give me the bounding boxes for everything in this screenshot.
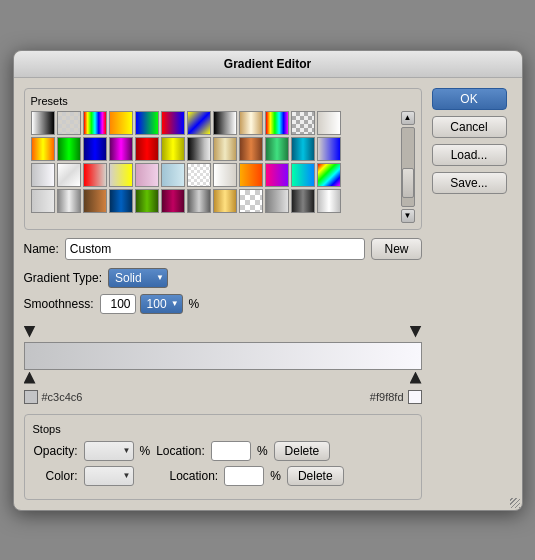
preset-item-5[interactable] xyxy=(135,111,159,135)
color-swatch-right xyxy=(408,390,422,404)
color-loc-percent: % xyxy=(270,469,281,483)
preset-item-44[interactable] xyxy=(213,189,237,213)
color-stop-right[interactable] xyxy=(410,372,422,386)
preset-item-4[interactable] xyxy=(109,111,133,135)
gradient-bar-area xyxy=(24,326,422,386)
preset-item-33[interactable] xyxy=(239,163,263,187)
preset-item-7[interactable] xyxy=(187,111,211,135)
preset-item-35[interactable] xyxy=(291,163,315,187)
left-panel: Presets ▲ ▼ N xyxy=(24,88,422,500)
load-button[interactable]: Load... xyxy=(432,144,507,166)
preset-item-26[interactable] xyxy=(57,163,81,187)
color-stops-row-controls: Color: ▼ Location: % Delete xyxy=(33,466,413,486)
scroll-up-arrow[interactable]: ▲ xyxy=(401,111,415,125)
presets-grid xyxy=(31,111,400,223)
gradient-editor-dialog: Gradient Editor Presets ▲ xyxy=(13,50,523,511)
opacity-location-label: Location: xyxy=(156,444,205,458)
gradient-type-label: Gradient Type: xyxy=(24,271,103,285)
presets-scrollbar: ▲ ▼ xyxy=(401,111,415,223)
color-delete-button[interactable]: Delete xyxy=(287,466,344,486)
color-indicator-left: #c3c4c6 xyxy=(24,390,83,404)
preset-item-42[interactable] xyxy=(161,189,185,213)
preset-item-28[interactable] xyxy=(109,163,133,187)
preset-item-3[interactable] xyxy=(83,111,107,135)
preset-item-9[interactable] xyxy=(239,111,263,135)
preset-item-41[interactable] xyxy=(135,189,159,213)
smoothness-select[interactable]: 100 xyxy=(140,294,183,314)
gradient-type-row: Gradient Type: Solid Noise ▼ xyxy=(24,268,422,288)
preset-item-48[interactable] xyxy=(317,189,341,213)
save-button[interactable]: Save... xyxy=(432,172,507,194)
scroll-track xyxy=(401,127,415,207)
opacity-stop-left[interactable] xyxy=(24,326,36,338)
preset-item-12[interactable] xyxy=(317,111,341,135)
smoothness-input[interactable] xyxy=(100,294,136,314)
opacity-select[interactable] xyxy=(84,441,134,461)
preset-item-27[interactable] xyxy=(83,163,107,187)
color-stops-row xyxy=(24,372,422,386)
preset-item-43[interactable] xyxy=(187,189,211,213)
scroll-down-arrow[interactable]: ▼ xyxy=(401,209,415,223)
preset-item-30[interactable] xyxy=(161,163,185,187)
ok-button[interactable]: OK xyxy=(432,88,507,110)
preset-item-25[interactable] xyxy=(31,163,55,187)
preset-item-37[interactable] xyxy=(31,189,55,213)
preset-item-6[interactable] xyxy=(161,111,185,135)
preset-item-10[interactable] xyxy=(265,111,289,135)
preset-item-32[interactable] xyxy=(213,163,237,187)
preset-item-16[interactable] xyxy=(109,137,133,161)
title-bar: Gradient Editor xyxy=(14,51,522,78)
preset-item-22[interactable] xyxy=(265,137,289,161)
color-swatch-left xyxy=(24,390,38,404)
opacity-delete-button[interactable]: Delete xyxy=(274,441,331,461)
preset-item-11[interactable] xyxy=(291,111,315,135)
preset-item-1[interactable] xyxy=(31,111,55,135)
preset-item-19[interactable] xyxy=(187,137,211,161)
right-panel: OK Cancel Load... Save... xyxy=(432,88,512,500)
preset-item-15[interactable] xyxy=(83,137,107,161)
color-label: Color: xyxy=(33,469,78,483)
preset-item-34[interactable] xyxy=(265,163,289,187)
color-hex-left: #c3c4c6 xyxy=(42,391,83,403)
cancel-button[interactable]: Cancel xyxy=(432,116,507,138)
opacity-location-input[interactable] xyxy=(211,441,251,461)
preset-item-18[interactable] xyxy=(161,137,185,161)
opacity-loc-percent: % xyxy=(257,444,268,458)
preset-item-2[interactable] xyxy=(57,111,81,135)
gradient-preview-bar[interactable] xyxy=(24,342,422,370)
color-hex-right: #f9f8fd xyxy=(370,391,404,403)
scroll-thumb[interactable] xyxy=(402,168,414,198)
resize-handle[interactable] xyxy=(510,498,520,508)
preset-item-21[interactable] xyxy=(239,137,263,161)
color-select[interactable] xyxy=(84,466,134,486)
preset-item-45[interactable] xyxy=(239,189,263,213)
color-stop-left[interactable] xyxy=(24,372,36,386)
new-button[interactable]: New xyxy=(371,238,421,260)
dialog-title: Gradient Editor xyxy=(224,57,311,71)
preset-item-40[interactable] xyxy=(109,189,133,213)
smoothness-row: Smoothness: 100 ▼ % xyxy=(24,294,422,314)
color-location-input[interactable] xyxy=(224,466,264,486)
preset-item-36[interactable] xyxy=(317,163,341,187)
preset-item-14[interactable] xyxy=(57,137,81,161)
preset-item-46[interactable] xyxy=(265,189,289,213)
color-stop-handle-left xyxy=(24,372,36,384)
name-row: Name: New xyxy=(24,238,422,260)
preset-item-47[interactable] xyxy=(291,189,315,213)
preset-item-29[interactable] xyxy=(135,163,159,187)
preset-item-17[interactable] xyxy=(135,137,159,161)
smoothness-label: Smoothness: xyxy=(24,297,94,311)
preset-item-38[interactable] xyxy=(57,189,81,213)
preset-item-13[interactable] xyxy=(31,137,55,161)
preset-item-24[interactable] xyxy=(317,137,341,161)
name-input[interactable] xyxy=(65,238,366,260)
color-indicator-right: #f9f8fd xyxy=(370,390,422,404)
gradient-type-select[interactable]: Solid Noise xyxy=(108,268,168,288)
preset-item-20[interactable] xyxy=(213,137,237,161)
preset-item-23[interactable] xyxy=(291,137,315,161)
preset-item-31[interactable] xyxy=(187,163,211,187)
stops-group: Stops Opacity: ▼ % Location: xyxy=(24,414,422,500)
opacity-stop-right[interactable] xyxy=(410,326,422,338)
preset-item-39[interactable] xyxy=(83,189,107,213)
preset-item-8[interactable] xyxy=(213,111,237,135)
